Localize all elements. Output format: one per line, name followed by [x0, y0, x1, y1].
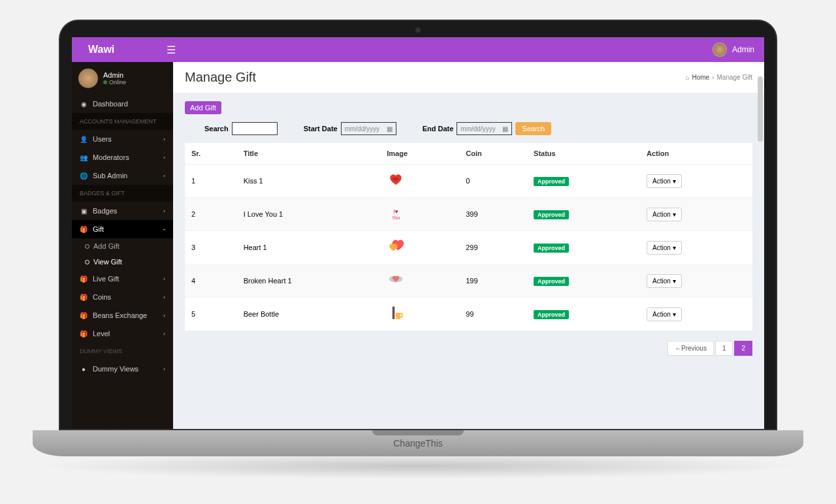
status-badge: Approved — [534, 277, 569, 286]
calendar-icon: ▦ — [387, 125, 393, 133]
cell-coin: 299 — [459, 231, 527, 264]
cell-image — [380, 264, 459, 298]
col-coin: Coin — [459, 143, 527, 165]
start-date-input[interactable]: mm/dd/yyyy▦ — [341, 122, 396, 135]
cell-image: I♥You — [380, 198, 459, 231]
cell-title: Heart 1 — [237, 231, 381, 264]
sidebar-item-moderators[interactable]: 👥Moderators‹ — [72, 148, 173, 166]
table-row: 5Beer Bottle99ApprovedAction ▾ — [185, 298, 752, 331]
chevron-left-icon: ‹ — [163, 294, 165, 300]
sidebar-item-beans[interactable]: 🎁Beans Exchange‹ — [72, 306, 173, 324]
cell-coin: 199 — [459, 264, 527, 298]
chevron-down-icon: ‹ — [161, 228, 167, 230]
sidebar-section-dummy: Dummy Views — [72, 343, 173, 360]
action-button[interactable]: Action ▾ — [647, 174, 682, 188]
badge-icon: ▣ — [80, 208, 88, 215]
search-button[interactable]: Search — [515, 122, 551, 135]
cell-action: Action ▾ — [640, 231, 752, 264]
page-prev[interactable]: ←Previous — [667, 341, 714, 356]
globe-icon: 🌐 — [80, 172, 88, 180]
sidebar-item-subadmin[interactable]: 🌐Sub Admin‹ — [72, 166, 173, 185]
main-content: Manage Gift ⌂ Home › Manage Gift Add Gif… — [173, 62, 764, 429]
gift-icon — [387, 304, 405, 323]
gift-icon: I♥You — [387, 204, 405, 223]
page-title: Manage Gift — [185, 70, 256, 85]
col-status: Status — [527, 143, 640, 165]
scrollbar[interactable] — [758, 76, 763, 142]
search-input[interactable] — [232, 122, 278, 135]
chevron-left-icon: ‹ — [163, 276, 165, 282]
gift-icon: 🎁 — [80, 226, 88, 233]
start-date-label: Start Date — [304, 125, 338, 133]
cell-status: Approved — [527, 198, 640, 231]
cell-action: Action ▾ — [640, 165, 752, 198]
cell-sr: 5 — [185, 298, 237, 331]
gift-table: Sr. Title Image Coin Status Action 1Kiss… — [185, 143, 752, 331]
caret-down-icon: ▾ — [673, 277, 676, 285]
add-gift-button[interactable]: Add Gift — [185, 101, 221, 114]
brand-logo[interactable]: Wawi — [82, 44, 160, 55]
exchange-icon: 🎁 — [80, 312, 88, 319]
table-row: 3Heart 1299ApprovedAction ▾ — [185, 231, 752, 264]
status-badge: Approved — [534, 177, 569, 186]
chevron-left-icon: ‹ — [163, 136, 165, 142]
status-badge: Approved — [534, 244, 569, 253]
action-button[interactable]: Action ▾ — [647, 241, 682, 255]
sidebar-item-coins[interactable]: 🎁Coins‹ — [72, 288, 173, 306]
svg-text:You: You — [392, 215, 400, 220]
col-sr: Sr. — [185, 143, 237, 165]
cell-title: Kiss 1 — [237, 165, 381, 198]
topbar-username[interactable]: Admin — [732, 45, 754, 54]
cell-sr: 1 — [185, 165, 237, 198]
cell-image — [380, 165, 459, 198]
sidebar-item-users[interactable]: 👤Users‹ — [72, 130, 173, 148]
level-icon: 🎁 — [80, 330, 88, 338]
table-row: 4Broken Heart 1199ApprovedAction ▾ — [185, 264, 752, 298]
page-1[interactable]: 1 — [715, 341, 733, 356]
sidebar-sub-addgift[interactable]: Add Gift — [72, 238, 173, 254]
cell-coin: 99 — [459, 298, 527, 331]
topbar: Wawi ☰ Admin — [72, 37, 764, 62]
cell-sr: 2 — [185, 198, 237, 231]
table-row: 2I Love You 1I♥You399ApprovedAction ▾ — [185, 198, 752, 231]
caret-down-icon: ▾ — [673, 244, 676, 251]
svg-point-0 — [393, 178, 400, 181]
chevron-left-icon: ‹ — [163, 366, 165, 372]
circle-icon: ● — [80, 366, 88, 373]
chevron-left-icon: ‹ — [163, 331, 165, 337]
end-date-input[interactable]: mm/dd/yyyy▦ — [457, 122, 512, 135]
menu-toggle-icon[interactable]: ☰ — [167, 44, 176, 56]
dashboard-icon: ◉ — [80, 101, 88, 108]
sidebar-item-gift[interactable]: 🎁Gift‹ — [72, 220, 173, 238]
gift-icon — [387, 171, 405, 189]
sidebar-section-badges: BADGES & GIFT — [72, 185, 173, 202]
sidebar-item-dummy[interactable]: ●Dummy Views‹ — [72, 360, 173, 378]
user-panel: Admin Online — [72, 62, 173, 95]
user-icon: 👤 — [80, 136, 88, 143]
action-button[interactable]: Action ▾ — [647, 307, 682, 321]
cell-status: Approved — [527, 298, 640, 331]
svg-text:I♥: I♥ — [393, 208, 398, 215]
sidebar-item-level[interactable]: 🎁Level‹ — [72, 324, 173, 343]
cell-coin: 399 — [459, 198, 527, 231]
cell-status: Approved — [527, 264, 640, 298]
col-title: Title — [237, 143, 381, 165]
page-2[interactable]: 2 — [734, 341, 752, 356]
col-action: Action — [640, 143, 752, 165]
sidebar-item-badges[interactable]: ▣Badges‹ — [72, 202, 173, 220]
action-button[interactable]: Action ▾ — [647, 274, 682, 288]
sidebar-sub-viewgift[interactable]: View Gift — [72, 254, 173, 270]
breadcrumb-home[interactable]: Home — [692, 74, 709, 81]
laptop-base: ChangeThis — [33, 430, 803, 456]
cell-action: Action ▾ — [640, 264, 752, 298]
sidebar-item-livegift[interactable]: 🎁Live Gift‹ — [72, 270, 173, 288]
cell-title: Broken Heart 1 — [237, 264, 381, 298]
breadcrumb: ⌂ Home › Manage Gift — [685, 74, 752, 81]
cell-image — [380, 298, 459, 331]
cell-sr: 3 — [185, 231, 237, 264]
gift-icon: 🎁 — [80, 276, 88, 283]
sidebar-item-dashboard[interactable]: ◉Dashboard — [72, 95, 173, 113]
caret-down-icon: ▾ — [673, 211, 676, 218]
avatar[interactable] — [713, 42, 727, 57]
action-button[interactable]: Action ▾ — [647, 208, 682, 221]
